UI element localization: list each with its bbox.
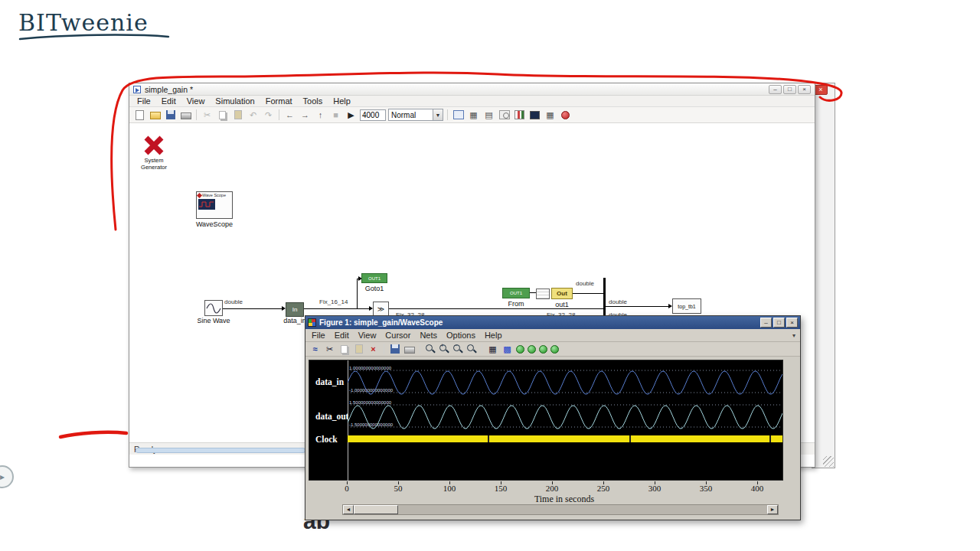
- out-port-block[interactable]: Out: [551, 288, 573, 299]
- menu-file[interactable]: File: [307, 331, 330, 340]
- new-model-icon[interactable]: [133, 109, 146, 121]
- testbench-block[interactable]: top_tb1: [672, 298, 701, 314]
- sine-wave-label: Sine Wave: [186, 317, 241, 324]
- go-up-icon[interactable]: ↑: [314, 109, 327, 121]
- model-browser-icon[interactable]: [452, 109, 465, 121]
- menu-options[interactable]: Options: [442, 331, 480, 340]
- copy-icon[interactable]: [338, 344, 350, 355]
- cut-icon[interactable]: ✂: [201, 109, 214, 121]
- undo-icon[interactable]: ↶: [247, 109, 260, 121]
- stop-simulation-icon[interactable]: ■: [329, 109, 342, 121]
- time-scrollbar[interactable]: ◄ ►: [342, 504, 779, 515]
- grid-icon[interactable]: ▦: [487, 344, 498, 355]
- zoom-in-icon[interactable]: +: [439, 344, 449, 354]
- menu-edit[interactable]: Edit: [156, 96, 181, 106]
- scrollbar-thumb[interactable]: [354, 505, 398, 514]
- green-run-icon[interactable]: [516, 345, 524, 354]
- save-icon[interactable]: [389, 344, 400, 355]
- zoom-out-icon[interactable]: −: [452, 344, 463, 354]
- scroll-right-icon[interactable]: ►: [767, 505, 778, 514]
- menu-format[interactable]: Format: [260, 96, 298, 106]
- waveform-plot-area[interactable]: data_in data_out Clock 1.000000000000000…: [309, 360, 783, 481]
- menu-nets[interactable]: Nets: [415, 331, 442, 340]
- scrollbar-track[interactable]: [354, 505, 767, 514]
- background-window-resize-grip[interactable]: [823, 456, 834, 467]
- paste-icon[interactable]: [231, 109, 244, 121]
- zoom-fit-icon[interactable]: [466, 344, 477, 354]
- clipboard-icon: [355, 344, 363, 354]
- chevron-down-icon: ▼: [433, 109, 443, 120]
- menu-simulation[interactable]: Simulation: [210, 96, 260, 106]
- menu-help[interactable]: Help: [328, 96, 356, 106]
- from-block[interactable]: OUT1: [502, 288, 530, 298]
- library-browser-icon[interactable]: ▦: [467, 109, 480, 121]
- menu-help[interactable]: Help: [480, 331, 507, 340]
- close-button[interactable]: ×: [786, 318, 798, 328]
- copy-icon[interactable]: [216, 109, 229, 121]
- menu-view[interactable]: View: [354, 331, 381, 340]
- background-window-close-button[interactable]: ×: [814, 85, 828, 95]
- wavescope-title-bar[interactable]: Figure 1: simple_gain/WaveScope – □ ×: [305, 316, 800, 329]
- axis-tick-label: 400: [742, 484, 773, 493]
- system-generator-block[interactable]: [144, 135, 164, 155]
- snapshot-icon[interactable]: [498, 109, 511, 121]
- menu-tools[interactable]: Tools: [298, 96, 328, 106]
- green-run-icon[interactable]: [550, 345, 559, 354]
- wavescope-block[interactable]: Wave Scope: [196, 191, 233, 219]
- player-control-icon[interactable]: ▸: [0, 465, 14, 488]
- start-simulation-icon[interactable]: ▶: [345, 109, 358, 121]
- close-button[interactable]: ×: [798, 85, 811, 94]
- simulink-menu-bar: File Edit View Simulation Format Tools H…: [129, 96, 815, 107]
- paste-icon[interactable]: [353, 344, 364, 355]
- delete-icon[interactable]: ×: [368, 344, 379, 355]
- scroll-left-icon[interactable]: ◄: [343, 505, 354, 514]
- menu-view[interactable]: View: [181, 96, 211, 106]
- sim-stop-time-input[interactable]: [360, 109, 386, 121]
- print-icon[interactable]: [403, 344, 415, 355]
- axis-tick-label: 100: [434, 484, 465, 493]
- build-icon[interactable]: ▦: [544, 109, 557, 121]
- signal-wire: [573, 293, 603, 294]
- navigate-forward-icon[interactable]: →: [299, 109, 312, 121]
- cut-icon[interactable]: ✂: [324, 344, 335, 355]
- menu-overflow-icon[interactable]: ▾: [792, 332, 795, 339]
- caret-icon: ▸: [0, 471, 5, 482]
- scope-icon[interactable]: [528, 109, 541, 121]
- zoom-icon[interactable]: [425, 344, 436, 354]
- maximize-button[interactable]: □: [783, 85, 796, 94]
- canvas-scrollbar[interactable]: [136, 448, 305, 453]
- menu-file[interactable]: File: [132, 96, 156, 106]
- green-run-icon[interactable]: [528, 345, 536, 354]
- open-model-icon[interactable]: [149, 109, 162, 121]
- menu-cursor[interactable]: Cursor: [381, 331, 415, 340]
- gain-block[interactable]: ≫: [373, 302, 389, 316]
- model-explorer-icon[interactable]: ▤: [482, 109, 495, 121]
- green-run-icon[interactable]: [539, 345, 547, 354]
- menu-edit[interactable]: Edit: [330, 331, 354, 340]
- x-axis-label: Time in seconds: [347, 494, 782, 505]
- toolbar-separator: [279, 109, 279, 120]
- simulink-title-bar[interactable]: simple_gain * – □ ×: [129, 83, 815, 96]
- sim-mode-dropdown[interactable]: Normal ▼: [388, 109, 443, 121]
- record-icon[interactable]: [559, 109, 572, 121]
- navigate-back-icon[interactable]: ←: [283, 109, 296, 121]
- palette-icon[interactable]: ▩: [501, 344, 513, 355]
- wavescope-menu-bar: File Edit View Cursor Nets Options Help …: [305, 329, 800, 342]
- wavescope-block-label: WaveScope: [187, 220, 242, 228]
- chart-icon[interactable]: [513, 109, 526, 121]
- gateway-in-block[interactable]: In: [286, 302, 304, 317]
- redo-icon[interactable]: ↷: [262, 109, 275, 121]
- minimize-button[interactable]: –: [760, 318, 772, 328]
- waveform-tool-icon[interactable]: ≈: [309, 344, 321, 355]
- minimize-button[interactable]: –: [769, 85, 782, 94]
- gateway-out-block[interactable]: [536, 289, 550, 299]
- toolbar-separator: [196, 109, 197, 120]
- bar-chart-icon: [514, 110, 524, 119]
- type-label: double: [576, 280, 594, 287]
- maximize-button[interactable]: □: [773, 318, 785, 328]
- simulink-toolbar: ✂ ↶ ↷ ← → ↑ ■ ▶ Normal ▼ ▦ ▤ ▦: [129, 107, 815, 123]
- save-model-icon[interactable]: [164, 109, 177, 121]
- sine-wave-block[interactable]: [204, 300, 223, 316]
- goto-block[interactable]: OUT1: [361, 273, 387, 283]
- print-icon[interactable]: [179, 109, 192, 121]
